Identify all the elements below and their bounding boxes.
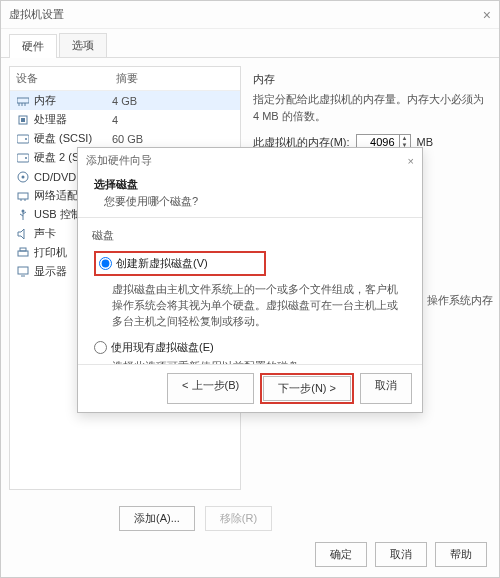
memory-title: 内存	[253, 72, 487, 87]
opt2-label: 使用现有虚拟磁盘(E)	[111, 340, 214, 355]
svg-marker-19	[18, 229, 24, 239]
wizard-header: 选择磁盘 您要使用哪个磁盘?	[78, 173, 422, 218]
memory-icon	[16, 95, 30, 107]
svg-point-7	[25, 138, 27, 140]
wizard-footer: < 上一步(B) 下一步(N) > 取消	[78, 364, 422, 412]
cd-icon	[16, 171, 30, 183]
tab-options[interactable]: 选项	[59, 33, 107, 57]
remove-hardware-button: 移除(R)	[205, 506, 272, 531]
svg-rect-20	[18, 251, 28, 256]
hw-name: 显示器	[34, 264, 67, 279]
hw-summary: 60 GB	[112, 133, 234, 145]
svg-rect-22	[18, 267, 28, 274]
col-device: 设备	[16, 71, 116, 86]
add-hardware-button[interactable]: 添加(A)...	[119, 506, 195, 531]
footer-buttons: 确定 取消 帮助	[315, 542, 487, 567]
wizard-body: 磁盘 创建新虚拟磁盘(V) 虚拟磁盘由主机文件系统上的一个或多个文件组成，客户机…	[78, 218, 422, 364]
add-remove-row: 添加(A)... 移除(R)	[119, 506, 272, 531]
truncated-os-memory-label: 操作系统内存	[427, 293, 493, 308]
svg-point-11	[22, 175, 25, 178]
display-icon	[16, 266, 30, 278]
hw-name: 打印机	[34, 245, 67, 260]
wizard-titlebar: 添加硬件向导 ×	[78, 148, 422, 173]
svg-rect-8	[17, 154, 29, 162]
radio-use-existing[interactable]	[94, 341, 107, 354]
hw-summary: 4 GB	[112, 95, 234, 107]
wizard-cancel-button[interactable]: 取消	[360, 373, 412, 404]
col-summary: 摘要	[116, 71, 138, 86]
tab-strip: 硬件 选项	[1, 29, 499, 58]
close-icon[interactable]: ×	[483, 7, 491, 23]
titlebar: 虚拟机设置 ×	[1, 1, 499, 29]
disk-section-label: 磁盘	[92, 228, 408, 243]
wizard-subheading: 您要使用哪个磁盘?	[94, 194, 406, 209]
hw-row-cpu[interactable]: 处理器4	[10, 110, 240, 129]
svg-point-9	[25, 157, 27, 159]
net-icon	[16, 190, 30, 202]
vm-settings-window: 虚拟机设置 × 硬件 选项 设备 摘要 内存4 GB处理器4硬盘 (SCSI)6…	[0, 0, 500, 578]
next-button-highlight: 下一步(N) >	[260, 373, 354, 404]
opt-create-new-disk[interactable]: 创建新虚拟磁盘(V)	[94, 251, 266, 276]
svg-rect-21	[20, 248, 26, 251]
svg-point-16	[22, 209, 25, 212]
svg-rect-0	[17, 98, 29, 103]
cpu-icon	[16, 114, 30, 126]
svg-rect-6	[17, 135, 29, 143]
memory-desc: 指定分配给此虚拟机的内存量。内存大小必须为 4 MB 的倍数。	[253, 91, 487, 124]
tab-hardware[interactable]: 硬件	[9, 34, 57, 58]
disk-icon	[16, 133, 30, 145]
hw-summary: 4	[112, 114, 234, 126]
hw-name: 硬盘 (SCSI)	[34, 131, 92, 146]
add-hardware-wizard: 添加硬件向导 × 选择磁盘 您要使用哪个磁盘? 磁盘 创建新虚拟磁盘(V) 虚拟…	[77, 147, 423, 413]
hw-name: 处理器	[34, 112, 67, 127]
svg-rect-12	[18, 193, 28, 199]
opt1-label: 创建新虚拟磁盘(V)	[116, 256, 208, 271]
opt-use-existing-disk[interactable]: 使用现有虚拟磁盘(E)	[94, 340, 408, 355]
back-button[interactable]: < 上一步(B)	[167, 373, 254, 404]
wizard-heading: 选择磁盘	[94, 177, 406, 192]
next-button[interactable]: 下一步(N) >	[263, 376, 351, 401]
ok-button[interactable]: 确定	[315, 542, 367, 567]
hw-row-memory[interactable]: 内存4 GB	[10, 91, 240, 110]
svg-rect-5	[21, 118, 25, 122]
help-button[interactable]: 帮助	[435, 542, 487, 567]
wizard-title: 添加硬件向导	[86, 153, 152, 168]
disk-icon	[16, 152, 30, 164]
hw-row-disk[interactable]: 硬盘 (SCSI)60 GB	[10, 129, 240, 148]
spinner-up-icon[interactable]: ▲	[400, 135, 410, 142]
opt1-desc: 虚拟磁盘由主机文件系统上的一个或多个文件组成，客户机操作系统会将其视为单个硬盘。…	[112, 282, 408, 330]
window-title: 虚拟机设置	[9, 7, 64, 22]
radio-create-new[interactable]	[99, 257, 112, 270]
hw-name: 内存	[34, 93, 56, 108]
usb-icon	[16, 209, 30, 221]
wizard-close-icon[interactable]: ×	[408, 155, 414, 167]
sound-icon	[16, 228, 30, 240]
cancel-button[interactable]: 取消	[375, 542, 427, 567]
hw-name: 声卡	[34, 226, 56, 241]
hw-list-header: 设备 摘要	[10, 67, 240, 91]
printer-icon	[16, 247, 30, 259]
